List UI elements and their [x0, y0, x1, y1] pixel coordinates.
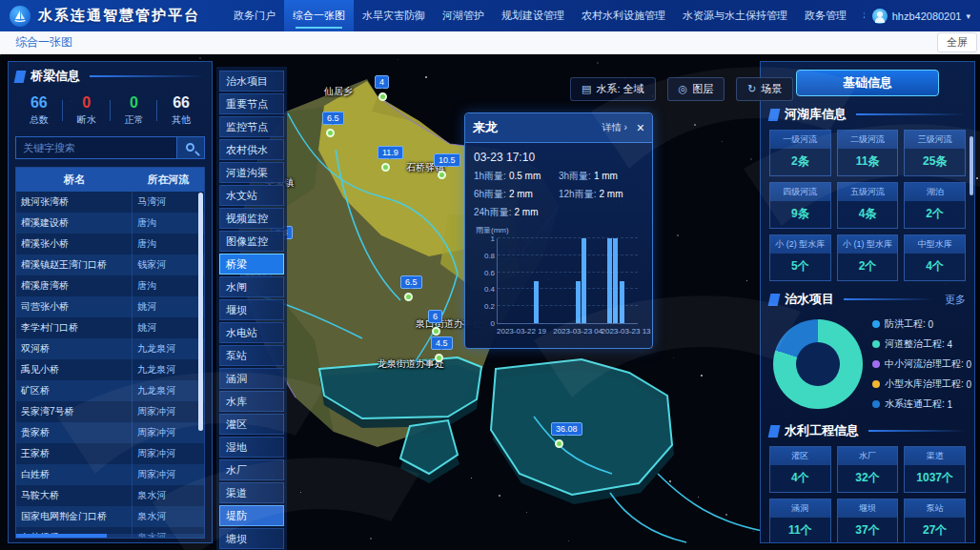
layer-menu-item[interactable]: 灌区 — [219, 414, 284, 435]
close-icon[interactable]: × — [637, 121, 644, 134]
map-value-badge[interactable]: 4.5 — [431, 336, 453, 350]
layer-menu-item[interactable]: 水库 — [219, 391, 284, 412]
layer-menu-item[interactable]: 湿地 — [219, 437, 284, 458]
nav-item[interactable]: 河湖管护 — [434, 0, 493, 31]
bridge-name-cell: 司营张小桥 — [16, 296, 133, 317]
nav-item[interactable]: 政务门户 — [225, 0, 284, 31]
station-pin-icon[interactable] — [326, 129, 335, 137]
map-control-button[interactable]: ▤ 水系: 全域 — [570, 77, 656, 101]
stat-tile[interactable]: 堰坝 37个 — [837, 499, 899, 543]
layer-menu-item[interactable]: 水厂 — [219, 459, 284, 480]
layer-menu-item[interactable]: 桥梁 — [219, 254, 284, 275]
table-row[interactable]: 檀溪张小桥 唐沟 — [16, 234, 204, 255]
nav-item[interactable]: 规划建设管理 — [493, 0, 573, 31]
layer-menu-item[interactable]: 监控节点 — [219, 116, 284, 137]
stat-tile[interactable]: 三级河流 25条 — [904, 130, 966, 176]
map-value-badge[interactable]: 6 — [428, 310, 442, 323]
table-row[interactable]: 檀溪建设桥 唐沟 — [16, 213, 204, 234]
station-pin-icon[interactable] — [404, 293, 413, 301]
table-row[interactable]: 国家电网荆金门口桥 泉水河 — [16, 506, 204, 527]
table-row[interactable]: 檀溪唐湾桥 唐沟 — [16, 275, 204, 296]
layer-menu-item[interactable]: 堤防 — [219, 505, 284, 526]
stat-tile[interactable]: 灌区 4个 — [769, 446, 831, 493]
table-row[interactable]: 李学村门口桥 姚河 — [16, 317, 204, 338]
layer-menu-item[interactable]: 河道沟渠 — [219, 162, 284, 183]
table-row[interactable]: 檀溪镇赵王湾门口桥 钱家河 — [16, 255, 204, 275]
station-pin-icon[interactable] — [432, 327, 440, 336]
stat-tile[interactable]: 泵站 27个 — [904, 499, 966, 543]
table-row[interactable]: 司营张小桥 姚河 — [16, 296, 204, 317]
layer-menu-item[interactable]: 治水项目 — [219, 71, 284, 92]
table-row[interactable]: 双河桥 九龙泉河 — [16, 338, 204, 359]
layer-menu-item[interactable]: 重要节点 — [219, 93, 284, 114]
map-control-button[interactable]: ↻ 场景 — [736, 77, 793, 101]
user-menu[interactable]: hhzb42080201 ▾ — [872, 9, 970, 24]
stat-tile[interactable]: 一级河流 2条 — [769, 130, 831, 176]
layer-menu-item[interactable]: 图像监控 — [219, 231, 284, 252]
table-row[interactable]: 王家桥 周家冲河 — [16, 443, 204, 464]
map-value-badge[interactable]: 6.5 — [400, 275, 422, 289]
table-row[interactable]: 吴家湾7号桥 周家冲河 — [16, 401, 204, 422]
nav-item[interactable]: 农村水利设施管理 — [573, 0, 674, 31]
stat-tile[interactable]: 湖泊 2个 — [904, 182, 966, 229]
layer-menu-item[interactable]: 泵站 — [219, 345, 284, 366]
map-value-badge[interactable]: 10.5 — [434, 153, 460, 167]
nav-item[interactable]: 移动工作管理 — [855, 0, 865, 31]
map-control-button[interactable]: ◎ 图层 — [667, 77, 725, 101]
station-pin-icon[interactable] — [381, 163, 390, 172]
map-value-badge[interactable]: 4 — [375, 75, 389, 89]
stat-tile[interactable]: 四级河流 9条 — [769, 182, 831, 229]
fullscreen-button[interactable]: 全屏 — [937, 32, 977, 52]
layer-menu-item[interactable]: 水闸 — [219, 276, 284, 297]
layer-menu-item[interactable]: 塘坝 — [219, 528, 284, 549]
stat-tile[interactable]: 小 (1) 型水库 2个 — [837, 234, 899, 281]
table-row[interactable]: 贵家桥 周家冲河 — [16, 422, 204, 443]
stat-tile[interactable]: 水厂 32个 — [837, 446, 899, 493]
basic-info-button[interactable]: 基础信息 — [796, 70, 939, 96]
panel-scrollbar[interactable] — [970, 136, 973, 195]
nav-item[interactable]: 综合一张图 — [284, 0, 354, 31]
layer-menu-item[interactable]: 农村供水 — [219, 139, 284, 160]
table-row[interactable]: 姚河张湾桥 马湾河 — [16, 192, 204, 213]
nav-item[interactable]: 水旱灾害防御 — [354, 0, 434, 31]
table-row[interactable]: 马鞍大桥 泉水河 — [16, 485, 204, 506]
stat-tile[interactable]: 小 (2) 型水库 5个 — [769, 234, 831, 281]
layer-menu-item[interactable]: 堰坝 — [219, 299, 284, 320]
layer-menu-item[interactable]: 水电站 — [219, 322, 284, 343]
layer-menu-item[interactable]: 渠道 — [219, 482, 284, 503]
table-row[interactable]: 禹见小桥 九龙泉河 — [16, 359, 204, 380]
breadcrumb[interactable]: 综合一张图 — [15, 34, 72, 51]
more-link[interactable]: 更多 — [945, 293, 966, 307]
table-row[interactable]: 白姓桥 周家冲河 — [16, 464, 204, 485]
table-row[interactable]: 矿区桥 九龙泉河 — [16, 380, 204, 401]
layer-menu-item[interactable]: 涵洞 — [219, 368, 284, 389]
map-value-badge[interactable]: 11.9 — [378, 146, 403, 159]
station-pin-icon[interactable] — [378, 92, 387, 101]
tile-label: 小 (1) 型水库 — [838, 235, 898, 254]
stat-tile[interactable]: 五级河流 4条 — [837, 182, 899, 229]
station-pin-icon[interactable] — [555, 439, 563, 448]
vertical-scrollbar[interactable] — [198, 193, 203, 431]
map-canvas[interactable]: 仙居乡栗溪镇石桥驿镇子陵铺镇泉口街道办事处龙泉街道办事处 46.511.910.… — [0, 54, 980, 550]
station-pin-icon[interactable] — [435, 354, 443, 362]
map-value-badge[interactable]: 36.08 — [551, 422, 582, 436]
layer-menu-item[interactable]: 水文站 — [219, 185, 284, 206]
bridge-name-cell: 国家电网荆金门口桥 — [16, 506, 133, 527]
bridge-stat-label: 总数 — [15, 113, 63, 127]
layer-menu-item[interactable]: 视频监控 — [219, 208, 284, 229]
stat-tile[interactable]: 中型水库 4个 — [904, 234, 966, 281]
station-pin-icon[interactable] — [438, 171, 446, 179]
stat-tile[interactable]: 二级河流 11条 — [837, 130, 899, 176]
stat-tile[interactable]: 涵洞 11个 — [769, 499, 831, 543]
nav-item[interactable]: 政务管理 — [796, 0, 855, 31]
stat-tile[interactable]: 渠道 1037个 — [904, 446, 966, 493]
rivers-tiles: 一级河流 2条 二级河流 11条 三级河流 25条 四级河流 — [769, 130, 966, 281]
section-corner-icon — [768, 425, 781, 438]
detail-link[interactable]: 详情 › — [602, 121, 627, 134]
search-button[interactable] — [176, 136, 205, 159]
search-input[interactable] — [15, 136, 176, 159]
river-name-cell: 姚河 — [133, 296, 204, 317]
map-value-badge[interactable]: 6.5 — [322, 112, 344, 125]
horizontal-scrollbar[interactable] — [16, 534, 204, 538]
nav-item[interactable]: 水资源与水土保持管理 — [674, 0, 796, 31]
